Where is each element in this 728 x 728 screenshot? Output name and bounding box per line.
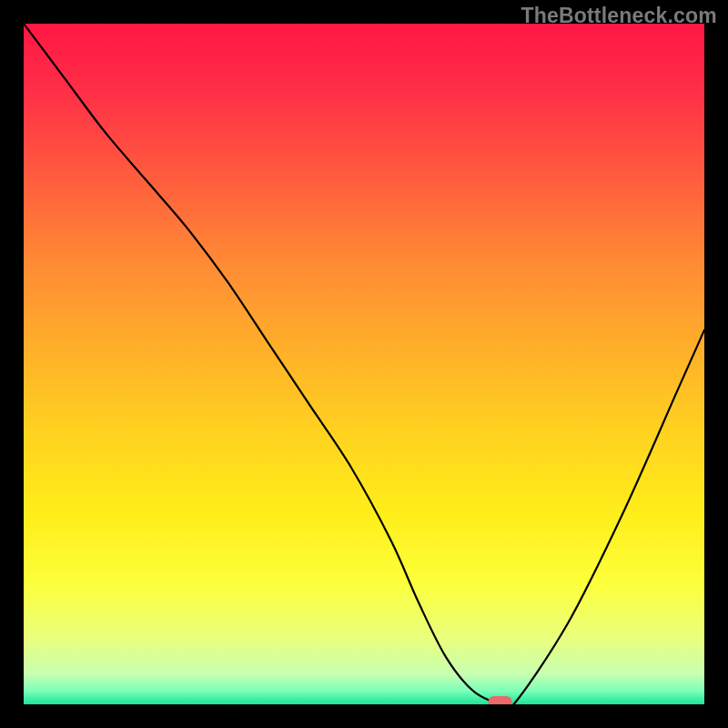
bottleneck-chart	[24, 24, 704, 704]
gradient-background	[24, 24, 704, 704]
watermark-label: TheBottleneck.com	[521, 4, 717, 28]
chart-frame: TheBottleneck.com	[0, 0, 728, 728]
optimal-marker	[489, 696, 512, 704]
plot-area	[24, 24, 704, 704]
